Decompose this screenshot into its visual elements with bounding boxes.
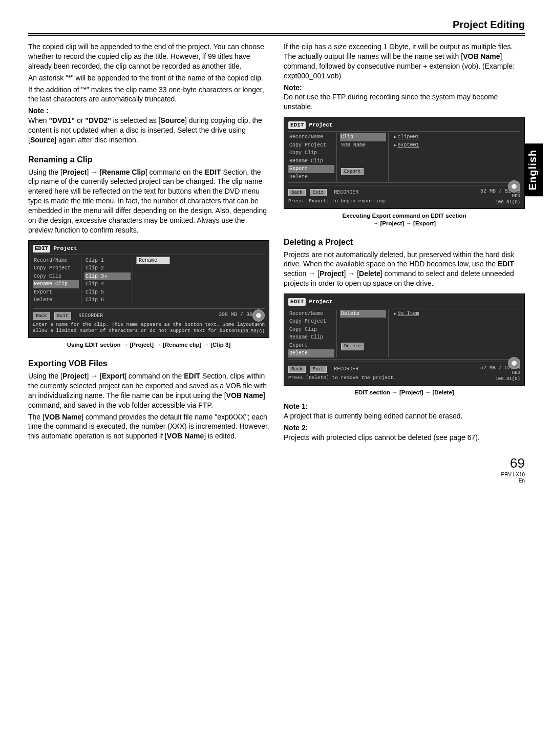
t: Executing Export command on EDIT section <box>342 213 466 219</box>
bold-text: Source <box>30 136 54 144</box>
t: The [ <box>28 413 45 421</box>
bold-text: "DVD2" <box>85 116 111 124</box>
value: No Item <box>397 311 419 317</box>
edit-badge: EDIT <box>288 298 306 306</box>
exit-button: Exit <box>310 189 327 196</box>
body-text: Projects are not automatically deleted, … <box>284 250 525 289</box>
right-column: If the clip has a size exceeding 1 Gbyte… <box>284 42 525 444</box>
menu-item: Export <box>288 165 334 173</box>
t: Clip 3 <box>86 274 104 279</box>
model-label: PRV-LX10 <box>28 472 525 478</box>
t: Delete <box>359 269 380 278</box>
content-columns: The copied clip will be appended to the … <box>28 42 525 444</box>
status-message: Press [Delete] to remove the project. <box>288 375 520 381</box>
menu-item: Record/Name <box>288 310 334 318</box>
triangle-icon: ▶ <box>393 311 397 317</box>
t: EDIT <box>184 372 200 380</box>
menu-item: Copy Project <box>33 264 79 272</box>
menu-item: Copy Project <box>288 141 334 150</box>
menu-item: Export <box>33 288 79 297</box>
disc-icon <box>508 180 520 193</box>
t: Project <box>62 168 87 176</box>
hdd-indicator: HDD 100.81(G) <box>495 357 520 382</box>
triangle-icon: ▶ <box>393 143 397 148</box>
rename-screenshot: EDITProject Record/Name Copy Project Cop… <box>28 240 269 339</box>
t: ] → [ <box>344 269 359 278</box>
menu-item: Clip 3▶ <box>84 272 131 281</box>
t: VOB Name <box>463 52 500 60</box>
menu-item: Clip 1 <box>84 257 131 265</box>
t: EDIT <box>498 260 514 268</box>
t: VOB Name <box>167 432 204 440</box>
menu-item: Record/Name <box>288 133 334 141</box>
t: Rename Clip <box>102 168 145 176</box>
body-text: is selected as [ <box>111 116 161 124</box>
menu-left: Record/Name Copy Project Copy Clip Renam… <box>288 133 337 181</box>
caption: Using EDIT section → [Project] → [Rename… <box>28 341 269 349</box>
t: section → [ <box>284 269 320 278</box>
t: ] command on the <box>145 168 205 176</box>
status-message: Enter a name for the clip. This name app… <box>33 322 265 334</box>
caption: Executing Export command on EDIT section… <box>284 212 525 227</box>
disc-icon <box>252 309 265 322</box>
menu-mid: Delete Delete <box>340 310 389 358</box>
triangle-icon: ▶ <box>393 135 397 140</box>
bold-text: Source <box>160 116 184 124</box>
menu-item: Delete <box>33 296 79 304</box>
menu-item: Copy Clip <box>33 272 79 281</box>
menu-right: ▶clip001 ▶expt001 <box>392 133 520 181</box>
recorder-label: RECORDER <box>334 190 358 195</box>
body-text: or <box>75 116 85 124</box>
page-number: 69 <box>28 455 525 471</box>
menu-right: ▶No Item <box>392 310 520 358</box>
back-button: Back <box>33 312 50 320</box>
t: VOB Name <box>45 413 81 421</box>
heading-export: Exporting VOB Files <box>28 358 269 369</box>
body-text: Using the [Project] → [Export] command o… <box>28 371 269 410</box>
language-tab: English <box>523 143 543 196</box>
t: Project <box>62 372 87 380</box>
body-text: Using the [Project] → [Rename Clip] comm… <box>28 167 269 235</box>
heading-delete: Deleting a Project <box>284 237 525 248</box>
t: Using the [ <box>28 372 62 380</box>
hdd-indicator: HDD 100.56(G) <box>240 309 265 334</box>
menu-item: Record/Name <box>33 257 79 265</box>
menu-item: Clip 6 <box>84 296 131 304</box>
t: Section, the clip name of the currently … <box>28 168 267 234</box>
delete-button: Delete <box>341 343 364 350</box>
note-label: Note 1: <box>284 402 308 410</box>
back-button: Back <box>288 366 306 373</box>
menu-left: Record/Name Copy Project Copy Clip Renam… <box>288 310 337 358</box>
body-text: ] again after disc insertion. <box>54 136 138 144</box>
value: expt001 <box>397 142 419 148</box>
lang-label: En <box>28 478 525 484</box>
menu-item: Clip 5 <box>84 288 131 297</box>
t: ] command on the <box>124 372 184 380</box>
menu-item: Copy Clip <box>288 326 334 334</box>
page-footer: 69 PRV-LX10 En <box>28 455 525 484</box>
menu-item: Clip <box>340 133 386 141</box>
back-button: Back <box>288 189 306 196</box>
body-text: The copied clip will be appended to the … <box>28 42 269 71</box>
menu-item: Copy Clip <box>288 149 334 157</box>
t: HDD <box>240 322 265 328</box>
body-text: When <box>28 116 49 124</box>
note-label: Note 2: <box>284 424 308 432</box>
delete-screenshot: EDITProject Record/Name Copy Project Cop… <box>284 293 525 386</box>
t: Using the [ <box>28 168 62 176</box>
t: 100.81(G) <box>495 376 520 382</box>
triangle-icon: ▶ <box>104 274 109 279</box>
menu-item: Rename Clip <box>288 157 334 165</box>
export-button: Export <box>341 168 364 175</box>
body-text: Projects with protected clips cannot be … <box>284 433 480 442</box>
note: Note 2: Projects with protected clips ca… <box>284 423 525 443</box>
note: Note: Do not use the FTP during recordin… <box>284 83 525 112</box>
menu-item: Export <box>288 342 334 350</box>
export-screenshot: EDITProject Record/Name Copy Project Cop… <box>284 117 525 209</box>
value: clip001 <box>397 134 419 140</box>
body-text: Do not use the FTP during recording sinc… <box>284 93 498 111</box>
status-message: Press [Export] to begin exporting. <box>288 198 520 204</box>
body-text: The [VOB Name] command provides the defa… <box>28 412 269 442</box>
t: HDD <box>495 193 520 199</box>
page-header: Project Editing <box>28 18 525 34</box>
